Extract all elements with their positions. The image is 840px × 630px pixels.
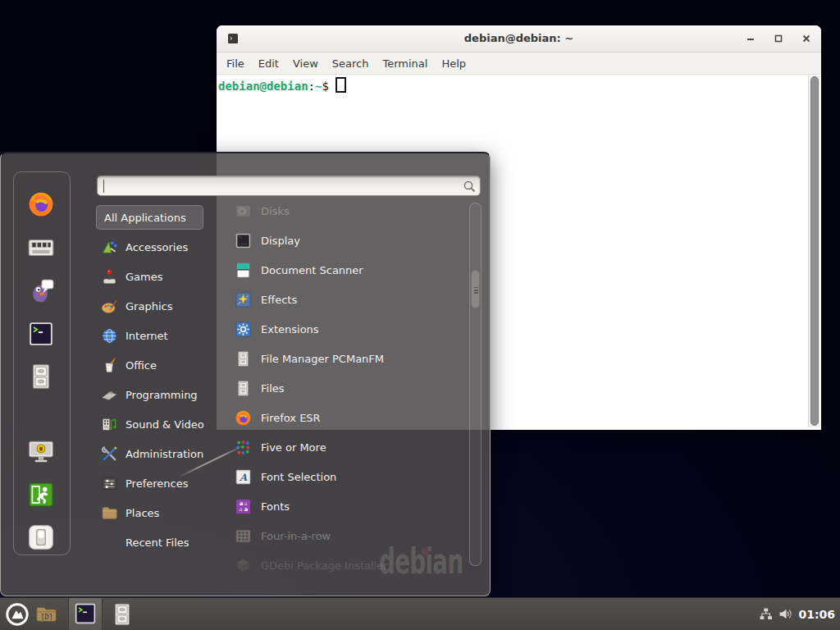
terminal-cursor (336, 77, 346, 93)
app-firefox-esr[interactable]: Firefox ESR (235, 403, 469, 432)
svg-text:A: A (239, 472, 248, 483)
app-label: Extensions (261, 323, 319, 336)
svg-text:a: a (244, 506, 248, 513)
terminal-titlebar[interactable]: debian@debian: ~ (217, 25, 821, 52)
app-label: Firefox ESR (261, 412, 321, 424)
log-out-button[interactable] (27, 481, 55, 509)
app-document-scanner[interactable]: Document Scanner (235, 255, 469, 285)
favorite-settings-button[interactable] (27, 234, 55, 262)
filter-all-applications[interactable]: All Applications (96, 205, 203, 230)
application-list: Disks Display Document Scanner Effects E… (235, 196, 469, 580)
app-label: Files (261, 382, 285, 395)
app-label: Effects (261, 294, 297, 306)
app-gdebi-package-installer[interactable]: GDebi Package Installer (235, 550, 469, 580)
app-five-or-more[interactable]: Five or More (235, 432, 469, 462)
app-files[interactable]: Files (235, 373, 469, 403)
category-internet[interactable]: Internet (96, 321, 234, 350)
search-input[interactable] (104, 178, 457, 194)
system-tray: 01:06 (759, 598, 835, 630)
app-file-manager-pcmanfm[interactable]: File Manager PCManFM (235, 344, 469, 373)
close-button[interactable] (800, 32, 813, 45)
category-preferences[interactable]: Preferences (96, 468, 234, 498)
favorite-pidgin-button[interactable] (27, 277, 55, 305)
category-label: Programming (126, 389, 198, 401)
shutdown-icon (27, 523, 55, 551)
shut-down-button[interactable] (27, 523, 55, 551)
network-tray-icon[interactable] (759, 607, 773, 621)
app-label: Font Selection (261, 471, 336, 483)
text-caret (103, 180, 104, 193)
category-programming[interactable]: Programming (96, 380, 234, 409)
app-effects[interactable]: Effects (235, 285, 469, 314)
pidgin-icon (27, 277, 55, 305)
category-label: Preferences (126, 477, 188, 490)
lock-screen-button[interactable] (27, 437, 55, 465)
category-recent-files[interactable]: Recent Files (96, 527, 234, 557)
terminal-menu-help[interactable]: Help (441, 57, 466, 70)
apps-scrollbar[interactable] (469, 203, 482, 566)
taskbar-launcher-file-manager[interactable]: [D] (34, 602, 59, 627)
app-display[interactable]: Display (235, 226, 469, 255)
maximize-button[interactable] (772, 32, 785, 45)
control-panel-icon (27, 234, 55, 262)
app-extensions[interactable]: Extensions (235, 314, 469, 344)
scrollbar-grip (474, 287, 478, 289)
terminal-menu-edit[interactable]: Edit (258, 57, 279, 70)
category-office[interactable]: Office (96, 350, 234, 380)
category-places[interactable]: Places (96, 498, 234, 527)
prompt-symbol: $ (322, 80, 328, 93)
graphics-icon (101, 298, 118, 315)
app-four-in-a-row[interactable]: Four-in-a-row (235, 521, 469, 550)
terminal-menu-search[interactable]: Search (332, 57, 369, 70)
file-cabinet-icon (27, 363, 55, 390)
internet-icon (101, 327, 118, 345)
preferences-icon (101, 475, 118, 492)
menu-button[interactable] (5, 602, 30, 627)
category-graphics[interactable]: Graphics (96, 291, 234, 321)
document-scanner-icon (235, 262, 252, 279)
programming-icon (101, 386, 118, 404)
app-fonts[interactable]: a a a aFonts (235, 491, 469, 521)
favorite-firefox-button[interactable] (27, 190, 55, 218)
terminal-menu-terminal[interactable]: Terminal (382, 57, 427, 70)
four-in-a-row-icon (235, 527, 252, 545)
terminal-scrollbar-thumb[interactable] (810, 76, 819, 426)
file-cabinet-icon (235, 350, 252, 368)
category-administration[interactable]: Administration (96, 439, 234, 468)
favorite-terminal-button[interactable] (27, 320, 55, 348)
terminal-menu-file[interactable]: File (226, 57, 244, 70)
category-label: Office (126, 359, 157, 372)
firefox-icon (235, 409, 252, 427)
terminal-menubar: FileEditViewSearchTerminalHelp (217, 52, 821, 75)
disks-icon (235, 203, 252, 220)
lock-screen-icon (27, 437, 55, 465)
favorite-files-button[interactable] (27, 363, 55, 390)
app-disks[interactable]: Disks (235, 196, 469, 226)
display-icon (235, 232, 252, 249)
app-font-selection[interactable]: AFont Selection (235, 462, 469, 491)
sound-video-icon (101, 416, 118, 433)
category-accessories[interactable]: Accessories (96, 232, 234, 262)
category-games[interactable]: Games (96, 262, 234, 291)
app-label: Four-in-a-row (261, 530, 331, 542)
volume-tray-icon[interactable] (778, 607, 792, 621)
terminal-menu-view[interactable]: View (293, 57, 318, 70)
category-label: Accessories (126, 241, 188, 253)
svg-text:a: a (239, 506, 242, 513)
app-label: Five or More (261, 441, 326, 454)
extensions-icon (235, 321, 252, 338)
firefox-icon (27, 190, 55, 218)
taskbar-launcher-files[interactable] (110, 602, 135, 627)
favorites-panel (13, 171, 71, 555)
window-controls (744, 32, 813, 45)
menu-search-box[interactable] (97, 176, 481, 196)
terminal-scrollbar[interactable] (808, 75, 820, 427)
category-label: Graphics (126, 300, 172, 313)
taskbar-terminal-active[interactable] (68, 598, 103, 630)
app-label: Document Scanner (261, 264, 363, 276)
category-sound-video[interactable]: Sound & Video (96, 409, 234, 439)
category-label: Sound & Video (126, 418, 204, 431)
minimize-button[interactable] (744, 32, 757, 45)
apps-scrollbar-thumb[interactable] (471, 270, 480, 308)
clock: 01:06 (798, 608, 835, 621)
